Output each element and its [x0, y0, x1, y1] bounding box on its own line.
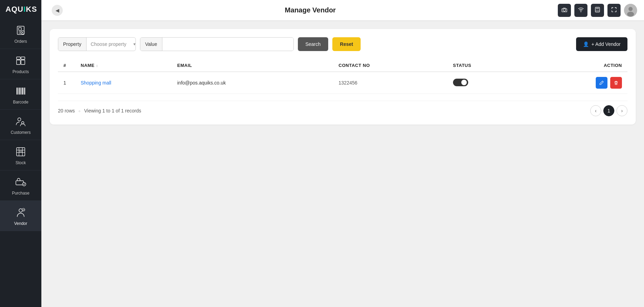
products-icon: [15, 55, 26, 68]
sidebar-item-stock[interactable]: Stock: [0, 140, 41, 170]
svg-point-37: [596, 11, 597, 11]
cell-action: [527, 72, 627, 94]
svg-rect-13: [19, 88, 20, 95]
svg-rect-12: [18, 88, 19, 95]
fullscreen-icon: [611, 7, 617, 14]
orders-icon: [15, 25, 26, 37]
svg-rect-1: [19, 28, 21, 30]
content-area: Property Choose property ▾ Value Search …: [41, 21, 644, 307]
calculator-icon-button[interactable]: [591, 4, 604, 17]
sidebar-item-orders-label: Orders: [14, 39, 27, 44]
svg-point-29: [22, 208, 25, 211]
filter-bar: Property Choose property ▾ Value Search …: [58, 37, 627, 51]
svg-point-36: [598, 10, 599, 10]
svg-point-42: [627, 12, 634, 17]
sidebar-item-stock-label: Stock: [16, 160, 26, 165]
svg-point-39: [598, 11, 599, 11]
col-action: ACTION: [527, 59, 627, 72]
status-toggle[interactable]: [453, 79, 468, 86]
sidebar-item-barcode[interactable]: Barcode: [0, 79, 41, 110]
search-button[interactable]: Search: [298, 37, 328, 51]
main-card: Property Choose property ▾ Value Search …: [50, 29, 636, 125]
wifi-icon-button[interactable]: [574, 4, 587, 17]
page-1-button[interactable]: 1: [603, 105, 614, 116]
svg-point-38: [597, 11, 598, 11]
sidebar-item-vendor[interactable]: Vendor: [0, 201, 41, 231]
col-name[interactable]: NAME ↕: [75, 59, 172, 72]
collapse-sidebar-button[interactable]: ◀: [52, 5, 63, 16]
svg-rect-16: [24, 88, 24, 95]
sidebar-item-barcode-label: Barcode: [13, 100, 29, 105]
page-title: Manage Vendor: [63, 6, 558, 14]
value-input[interactable]: [162, 38, 293, 51]
svg-rect-15: [22, 88, 23, 95]
edit-button[interactable]: [596, 77, 607, 89]
viewing-text: Viewing 1 to 1 of 1 records: [84, 108, 141, 113]
svg-point-28: [19, 209, 22, 212]
pagination-bar: 20 rows ⬦ Viewing 1 to 1 of 1 records ‹ …: [58, 101, 627, 116]
value-label: Value: [140, 38, 162, 51]
col-email: EMAIL: [172, 59, 333, 72]
svg-rect-10: [21, 57, 25, 59]
svg-point-18: [18, 118, 21, 121]
pagination-nav: ‹ 1 ›: [590, 105, 627, 116]
rows-count: 20 rows: [58, 108, 75, 113]
svg-rect-8: [21, 60, 25, 65]
col-contact: CONTACT NO: [333, 59, 447, 72]
table-row: 1 Shopping mall info@pos.aquiks.co.uk 13…: [58, 72, 627, 94]
cell-contact: 1322456: [333, 72, 447, 94]
sidebar: AQUIKS Orders Products: [0, 0, 41, 307]
camera-icon: [561, 7, 567, 14]
svg-point-41: [628, 7, 633, 11]
rows-info: 20 rows ⬦ Viewing 1 to 1 of 1 records: [58, 108, 141, 113]
svg-rect-11: [17, 88, 18, 95]
svg-rect-9: [17, 57, 20, 59]
sidebar-item-vendor-label: Vendor: [14, 221, 27, 226]
next-page-button[interactable]: ›: [616, 105, 627, 116]
calculator-icon: [594, 7, 601, 14]
topbar-actions: [558, 4, 637, 17]
add-vendor-button[interactable]: 👤 + Add Vendor: [576, 37, 627, 51]
purchase-icon: [15, 177, 26, 189]
svg-rect-7: [17, 60, 20, 65]
svg-point-34: [596, 10, 597, 10]
cell-name: Shopping mall: [75, 72, 172, 94]
sidebar-item-customers[interactable]: Customers: [0, 110, 41, 140]
app-logo: AQUIKS: [0, 0, 41, 19]
vendor-icon: [15, 207, 26, 219]
property-filter: Property Choose property ▾: [58, 37, 136, 51]
cell-num: 1: [58, 72, 75, 94]
user-avatar[interactable]: [624, 4, 637, 17]
chevron-left-icon: ◀: [56, 8, 59, 13]
stock-icon: [15, 146, 26, 159]
barcode-icon: [15, 86, 26, 98]
sidebar-item-purchase[interactable]: Purchase: [0, 170, 41, 201]
delete-button[interactable]: [610, 77, 622, 89]
svg-point-31: [581, 11, 581, 12]
customers-icon: [15, 116, 26, 128]
svg-rect-17: [24, 88, 25, 95]
sidebar-item-purchase-label: Purchase: [12, 191, 30, 196]
rows-select-icon: ⬦: [78, 108, 81, 113]
value-filter: Value: [140, 37, 294, 51]
wifi-icon: [578, 7, 584, 14]
svg-point-30: [563, 9, 565, 11]
cell-status: [447, 72, 527, 94]
property-select[interactable]: Choose property: [87, 38, 136, 51]
sidebar-item-customers-label: Customers: [11, 130, 31, 135]
svg-rect-25: [19, 150, 22, 152]
reset-button[interactable]: Reset: [332, 37, 361, 51]
fullscreen-icon-button[interactable]: [607, 4, 621, 17]
vendor-table: # NAME ↕ EMAIL CONTACT NO STATUS ACTION …: [58, 59, 627, 94]
camera-icon-button[interactable]: [558, 4, 571, 17]
col-num: #: [58, 59, 75, 72]
prev-page-button[interactable]: ‹: [590, 105, 601, 116]
sidebar-item-products[interactable]: Products: [0, 49, 41, 79]
add-vendor-icon: 👤: [583, 41, 589, 47]
add-vendor-label: + Add Vendor: [592, 41, 621, 47]
col-status: STATUS: [447, 59, 527, 72]
topbar: ◀ Manage Vendor: [41, 0, 644, 21]
svg-point-35: [597, 10, 598, 10]
sidebar-item-orders[interactable]: Orders: [0, 19, 41, 49]
cell-email: info@pos.aquiks.co.uk: [172, 72, 333, 94]
